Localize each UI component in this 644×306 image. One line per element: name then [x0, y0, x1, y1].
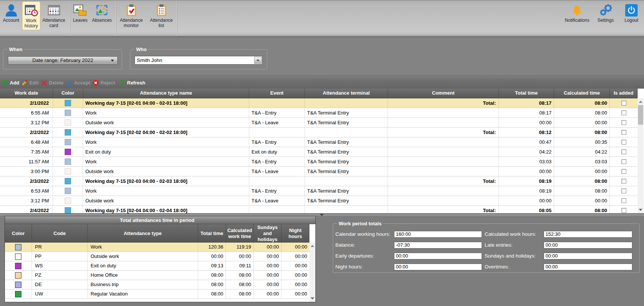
summary-row[interactable]: DEBusiness trip08:0008:0000:0000:00: [5, 280, 309, 289]
scroll-down-icon[interactable]: [639, 209, 642, 211]
summary-cell: 00:00: [282, 280, 309, 289]
summary-row[interactable]: PZHome Office08:0008:0000:0000:00: [5, 271, 309, 280]
late-entries-input[interactable]: 00:00: [544, 242, 632, 249]
is-added-checkbox[interactable]: [621, 169, 626, 174]
color-cell: [53, 128, 83, 137]
is-added-checkbox[interactable]: [621, 179, 626, 184]
grid-column-header[interactable]: Comment: [388, 89, 499, 98]
employee-dropdown-button[interactable]: [254, 57, 262, 64]
is-added-checkbox[interactable]: [621, 140, 626, 145]
summary-cell: DE: [32, 280, 88, 289]
color-swatch: [15, 263, 21, 269]
grid-column-header[interactable]: Calculated time: [554, 89, 610, 98]
color-swatch: [65, 178, 71, 184]
summary-row[interactable]: WSExit on duty09:1309:1100:0000:00: [5, 261, 309, 271]
is-added-checkbox[interactable]: [621, 198, 626, 203]
action-label: Reject: [100, 80, 115, 86]
toolbar-button-attendance-card[interactable]: Attendance card: [41, 2, 67, 30]
summary-column-header[interactable]: Total time: [198, 224, 226, 243]
is-added-checkbox[interactable]: [621, 159, 626, 164]
toolbar-button-settings[interactable]: Settings: [596, 2, 616, 30]
edit-button: Edit: [21, 78, 39, 87]
grid-column-header[interactable]: Attendance terminal: [305, 89, 388, 98]
refresh-button[interactable]: Refresh: [119, 78, 145, 87]
panel-splitter[interactable]: [0, 213, 644, 216]
is-added-checkbox[interactable]: [621, 120, 626, 125]
calculated-work-hours-input[interactable]: 152:30: [544, 231, 632, 238]
toolbar-button-logout[interactable]: Logout: [621, 2, 642, 30]
night-hours-input[interactable]: 00:00: [394, 264, 482, 270]
grid-entry-row[interactable]: 3:12 PMOutside workT&A - LeaveT&A Termin…: [0, 118, 638, 128]
grid-entry-row[interactable]: 6:48 AMWorkT&A - EntryT&A Terminal Entry…: [0, 137, 638, 147]
summary-row[interactable]: PPOutside work00:0000:0000:0000:00: [5, 252, 309, 261]
actions-toolbar: AddEditDeleteAcceptRejectRefresh: [0, 76, 644, 89]
grid-entry-row[interactable]: 11:57 AMWorkT&A - EntryT&A Terminal Entr…: [0, 157, 638, 167]
is-added-checkbox[interactable]: [621, 101, 626, 106]
date-range-dropdown[interactable]: Date range: February 2022: [8, 56, 118, 65]
toolbar-button-work-history[interactable]: Work history: [22, 2, 40, 30]
bell-icon: [564, 3, 590, 17]
summary-title: Total attendances time in period: [5, 216, 315, 224]
grid-column-header[interactable]: Is added: [610, 89, 638, 98]
grid-day-row[interactable]: 2/4/2022Working day 7-15 [02-04 04:00 - …: [0, 206, 638, 213]
plus-icon: [2, 80, 8, 86]
is-added-checkbox[interactable]: [621, 130, 626, 135]
summary-row[interactable]: PRWork120:36119:1900:0000:00: [5, 243, 309, 252]
summary-vertical-scrollbar[interactable]: [309, 243, 315, 302]
grid-cell: 6:53 AM: [0, 186, 53, 196]
toolbar-button-account[interactable]: Account: [2, 2, 20, 30]
add-button[interactable]: Add: [2, 78, 19, 87]
grid-vertical-scrollbar[interactable]: [638, 98, 644, 213]
summary-cell: 00:00: [282, 252, 309, 261]
toolbar-button-leaves[interactable]: Leaves: [71, 2, 89, 30]
grid-column-header[interactable]: Attendance type name: [83, 89, 249, 98]
scroll-down-icon[interactable]: [311, 297, 314, 300]
overtimes-input[interactable]: 00:00: [544, 264, 632, 270]
calculated-work-hours-label: Calculated work hours:: [485, 231, 536, 238]
summary-column-header[interactable]: Color: [5, 224, 32, 243]
grid-entry-row[interactable]: 6:53 AMWorkT&A - EntryT&A Terminal Entry…: [0, 186, 638, 196]
toolbar-button-label: Leaves: [71, 18, 89, 23]
grid-entry-row[interactable]: 7:35 AMExit on dutyExit on dutyT&A Termi…: [0, 147, 638, 157]
grid-column-header[interactable]: Event: [249, 89, 305, 98]
scroll-up-icon[interactable]: [639, 101, 642, 103]
summary-column-header[interactable]: Sundays and holidays: [254, 224, 282, 243]
is-added-checkbox[interactable]: [621, 110, 626, 115]
early-departures-input[interactable]: 00:00: [394, 253, 482, 259]
grid-cell: 08:00: [554, 176, 610, 186]
sundays-and-holidays-input[interactable]: 00:00: [544, 253, 632, 259]
grid-day-row[interactable]: 2/3/2022Working day 7-15 [02-03 04:00 - …: [0, 176, 638, 186]
toolbar-button-attendance-list[interactable]: Attendance list: [148, 2, 175, 30]
summary-column-header[interactable]: Calculated work time: [226, 224, 254, 243]
x-icon: [41, 80, 47, 86]
grid-cell: [388, 137, 499, 147]
early-departures-label: Early departures:: [335, 253, 374, 259]
toolbar-button-attendance-monitor[interactable]: Attendance monitor: [118, 2, 145, 30]
grid-column-header[interactable]: Total time: [499, 89, 554, 98]
is-added-checkbox[interactable]: [621, 149, 626, 154]
work-period-totals-legend: Work period totals: [337, 221, 383, 226]
grid-entry-row[interactable]: 3:12 PMOutside workT&A - LeaveT&A Termin…: [0, 196, 638, 206]
grid-entry-row[interactable]: 3:00 PMOutside workT&A - LeaveT&A Termin…: [0, 167, 638, 176]
grid-entry-row[interactable]: 6:55 AMWorkT&A - EntryT&A Terminal Entry…: [0, 108, 638, 118]
grid-column-header[interactable]: Color: [53, 89, 83, 98]
summary-column-header[interactable]: Attendance type: [88, 224, 198, 243]
grid-scrollbar-thumb[interactable]: [638, 105, 643, 125]
grid-day-row[interactable]: 2/2/2022Working day 7-15 [02-02 04:00 - …: [0, 128, 638, 137]
employee-combobox[interactable]: Smith John: [135, 56, 262, 65]
grid-day-row[interactable]: 2/1/2022Working day 7-15 [02-01 04:00 - …: [0, 98, 638, 108]
summary-column-header[interactable]: Code: [32, 224, 88, 243]
is-added-checkbox[interactable]: [621, 188, 626, 193]
scroll-up-icon[interactable]: [311, 245, 314, 247]
is-added-cell: [610, 196, 638, 205]
summary-row[interactable]: UWRegular Vacation08:0008:0000:0000:00: [5, 289, 309, 299]
toolbar-button-notifications[interactable]: Notifications: [564, 2, 590, 30]
calendar-working-hours-label: Calendar working hours:: [335, 231, 390, 238]
balance-input[interactable]: -07:30: [394, 242, 482, 249]
is-added-checkbox[interactable]: [621, 208, 626, 213]
attendance-list-icon: [148, 3, 175, 17]
grid-column-header[interactable]: Work date: [0, 89, 53, 98]
summary-column-header[interactable]: Night hours: [282, 224, 309, 243]
toolbar-button-absences[interactable]: Absences: [91, 2, 113, 30]
calendar-working-hours-input[interactable]: 160:00: [394, 231, 482, 238]
